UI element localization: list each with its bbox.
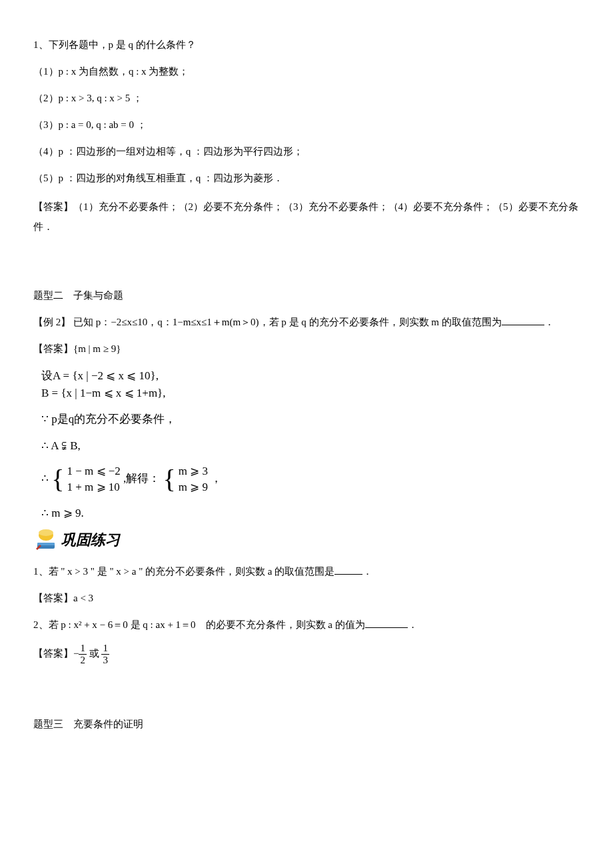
solution-step-4: ∴ { 1 − m ⩽ −2 1 + m ⩾ 10 ,解得： { m ⩾ 3 m…: [41, 463, 580, 495]
p2-body: 2、若 p : x² + x − 6＝0 是 q : ax + 1＝0 的必要不…: [33, 619, 365, 630]
sys-row-3: m ⩾ 3: [179, 463, 208, 479]
q1-opt5: （5）p ：四边形的对角线互相垂直，q ：四边形为菱形．: [33, 170, 580, 186]
frac1-num: 1: [79, 643, 87, 654]
svg-point-1: [39, 529, 53, 536]
fraction-2: 13: [101, 643, 109, 665]
section3-title: 题型三 充要条件的证明: [33, 716, 580, 732]
ex2-body: 已知 p：−2≤x≤10，q：1−m≤x≤1＋m(m＞0)，若 p 是 q 的充…: [73, 317, 502, 327]
p2-mid: 或: [87, 648, 102, 659]
frac1-den: 2: [79, 654, 87, 665]
frac2-den: 3: [101, 654, 109, 665]
brace-icon: {: [163, 466, 176, 493]
frac2-num: 1: [101, 643, 109, 654]
p1-suffix: ．: [362, 566, 372, 577]
ex2-suffix: ．: [544, 317, 554, 327]
q1-opt1: （1）p : x 为自然数，q : x 为整数；: [33, 63, 580, 79]
fraction-1: 12: [79, 643, 87, 665]
p2-suffix: ．: [408, 619, 418, 630]
sol4-mid: ,解得：: [123, 472, 160, 485]
answer-value: {m | m ≥ 9}: [73, 343, 121, 354]
blank-field: [365, 618, 408, 628]
blank-field: [502, 315, 544, 325]
blank-field: [334, 565, 362, 575]
p2-answer: 【答案】−12 或 13: [33, 643, 580, 665]
q1-answer: 【答案】（1）充分不必要条件；（2）必要不充分条件；（3）充分不必要条件；（4）…: [33, 197, 580, 237]
sol4-prefix: ∴: [41, 472, 49, 485]
example-2: 【例 2】 已知 p：−2≤x≤10，q：1−m≤x≤1＋m(m＞0)，若 p …: [33, 314, 580, 330]
practice-1: 1、若 " x > 3 " 是 " x > a " 的充分不必要条件，则实数 a…: [33, 563, 580, 579]
q1-opt2: （2）p : x > 3, q : x > 5 ；: [33, 90, 580, 106]
p2-neg: −: [73, 648, 79, 659]
answer-label: 【答案】: [33, 593, 73, 603]
sys-row-4: m ⩾ 9: [179, 479, 208, 495]
sys-row-2: 1 + m ⩾ 10: [67, 479, 120, 495]
p1-answer: 【答案】a < 3: [33, 590, 580, 606]
sol-line-1a: 设A = {x | −2 ⩽ x ⩽ 10},: [41, 367, 580, 385]
brace-icon: {: [51, 466, 64, 493]
practice-2: 2、若 p : x² + x − 6＝0 是 q : ax + 1＝0 的必要不…: [33, 617, 580, 633]
ex2-answer: 【答案】{m | m ≥ 9}: [33, 341, 580, 357]
practice-header: 巩固练习: [33, 528, 580, 551]
sol4-suffix: ，: [211, 472, 222, 485]
practice-title: 巩固练习: [61, 528, 120, 551]
solution-step-3: ∴ A ⫋ B,: [41, 437, 580, 455]
answer-label: 【答案】: [33, 648, 73, 659]
q1-opt4: （4）p ：四边形的一组对边相等，q ：四边形为平行四边形；: [33, 143, 580, 159]
solution-step-2: ∵ p是q的充分不必要条件，: [41, 411, 580, 428]
p1-answer-value: a < 3: [73, 593, 93, 603]
answer-label: 【答案】: [33, 343, 73, 354]
section2-title: 题型二 子集与命题: [33, 287, 580, 303]
sys-row-1: 1 − m ⩽ −2: [67, 463, 120, 479]
q1-stem: 1、下列各题中，p 是 q 的什么条件？: [33, 37, 580, 53]
solution-step-1: 设A = {x | −2 ⩽ x ⩽ 10}, B = {x | 1−m ⩽ x…: [41, 367, 580, 401]
q1-opt3: （3）p : a = 0, q : ab = 0 ；: [33, 117, 580, 133]
p1-body: 1、若 " x > 3 " 是 " x > a " 的充分不必要条件，则实数 a…: [33, 566, 334, 577]
ex2-label: 【例 2】: [33, 317, 71, 327]
practice-icon: [33, 529, 59, 551]
sol-line-1b: B = {x | 1−m ⩽ x ⩽ 1+m},: [41, 385, 580, 402]
solution-step-5: ∴ m ⩾ 9.: [41, 505, 580, 522]
